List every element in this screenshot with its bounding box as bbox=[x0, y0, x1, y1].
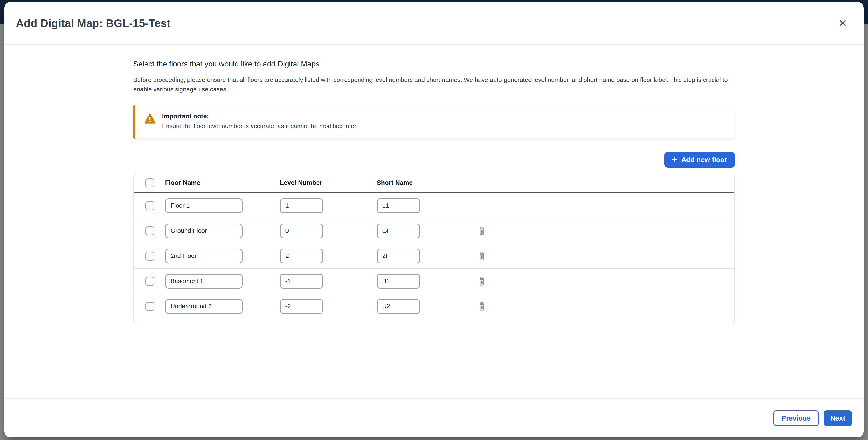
section-description: Before proceeding, please ensure that al… bbox=[133, 75, 735, 94]
short-name-input[interactable] bbox=[377, 249, 420, 263]
select-all-checkbox[interactable] bbox=[146, 179, 154, 187]
floor-name-input[interactable] bbox=[165, 274, 243, 289]
trash-icon bbox=[478, 302, 485, 311]
row-checkbox-cell bbox=[134, 226, 165, 235]
row-checkbox[interactable] bbox=[146, 226, 154, 235]
row-checkbox[interactable] bbox=[146, 252, 154, 260]
dialog-title: Add Digital Map: BGL-15-Test bbox=[16, 17, 170, 30]
table-header-row: Floor Name Level Number Short Name bbox=[134, 173, 735, 193]
table-toolbar: + Add new floor bbox=[133, 152, 735, 167]
table-row bbox=[134, 269, 735, 294]
floor-name-input[interactable] bbox=[165, 249, 243, 263]
row-checkbox-cell bbox=[134, 302, 165, 311]
floor-name-input[interactable] bbox=[165, 224, 243, 238]
floors-table: Floor Name Level Number Short Name bbox=[133, 173, 735, 325]
table-row bbox=[134, 218, 735, 244]
short-name-input[interactable] bbox=[377, 299, 420, 314]
short-name-input[interactable] bbox=[377, 198, 420, 213]
table-row bbox=[134, 193, 735, 218]
warning-icon bbox=[145, 114, 155, 124]
level-number-input[interactable] bbox=[280, 224, 323, 238]
row-checkbox[interactable] bbox=[146, 201, 154, 210]
add-digital-map-dialog: Add Digital Map: BGL-15-Test ✕ Select th… bbox=[4, 2, 864, 437]
select-all-cell bbox=[134, 179, 165, 187]
level-number-input[interactable] bbox=[280, 299, 323, 314]
row-checkbox[interactable] bbox=[146, 277, 154, 286]
next-button[interactable]: Next bbox=[824, 410, 852, 426]
dialog-body: Select the floors that you would like to… bbox=[4, 45, 864, 399]
table-row bbox=[134, 294, 735, 319]
close-icon: ✕ bbox=[838, 17, 847, 29]
level-number-input[interactable] bbox=[280, 274, 323, 289]
floor-name-input[interactable] bbox=[165, 299, 243, 314]
note-title: Important note: bbox=[162, 113, 725, 120]
short-name-input[interactable] bbox=[377, 274, 420, 289]
dialog-header: Add Digital Map: BGL-15-Test ✕ bbox=[4, 2, 864, 45]
plus-icon: + bbox=[672, 155, 678, 164]
row-checkbox-cell bbox=[134, 201, 165, 210]
delete-floor-button[interactable] bbox=[476, 275, 487, 287]
close-button[interactable]: ✕ bbox=[836, 16, 849, 30]
table-row bbox=[134, 244, 735, 269]
note-accent-bar bbox=[133, 105, 135, 138]
column-header-level-number: Level Number bbox=[280, 179, 377, 187]
trash-icon bbox=[478, 277, 485, 286]
content-container: Select the floors that you would like to… bbox=[133, 45, 735, 325]
trash-icon bbox=[478, 251, 485, 261]
section-heading: Select the floors that you would like to… bbox=[133, 60, 735, 68]
dialog-footer: Previous Next bbox=[4, 399, 864, 437]
column-header-short-name: Short Name bbox=[377, 179, 476, 187]
note-text: Ensure the floor level number is accurat… bbox=[162, 122, 725, 130]
delete-floor-button[interactable] bbox=[476, 225, 487, 237]
short-name-input[interactable] bbox=[377, 224, 420, 238]
level-number-input[interactable] bbox=[280, 249, 323, 263]
row-checkbox-cell bbox=[134, 252, 165, 260]
column-header-floor-name: Floor Name bbox=[165, 179, 280, 187]
add-new-floor-button[interactable]: + Add new floor bbox=[664, 152, 735, 167]
important-note-box: Important note: Ensure the floor level n… bbox=[133, 105, 735, 138]
trash-icon bbox=[478, 226, 485, 235]
delete-floor-button[interactable] bbox=[476, 250, 487, 262]
row-checkbox[interactable] bbox=[146, 302, 154, 311]
row-checkbox-cell bbox=[134, 277, 165, 286]
add-new-floor-label: Add new floor bbox=[681, 156, 727, 164]
previous-button[interactable]: Previous bbox=[773, 410, 819, 426]
level-number-input[interactable] bbox=[280, 198, 323, 213]
delete-floor-button[interactable] bbox=[476, 300, 487, 313]
floor-name-input[interactable] bbox=[165, 198, 243, 213]
table-body bbox=[134, 193, 735, 319]
